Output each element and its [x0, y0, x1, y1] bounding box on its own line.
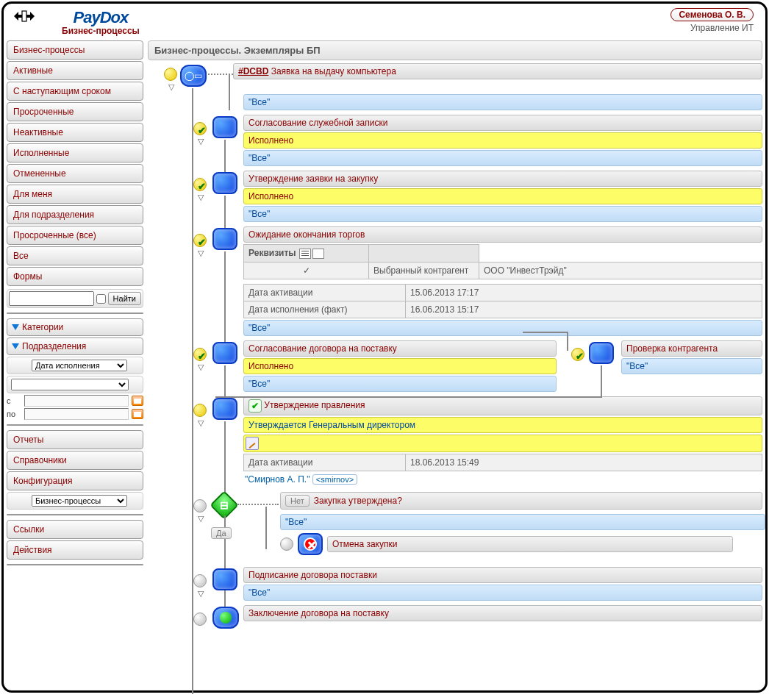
task-node-icon[interactable] [212, 228, 237, 250]
find-button[interactable]: Найти [108, 292, 141, 305]
status-row [243, 435, 762, 452]
nav-forms[interactable]: Формы [7, 267, 143, 286]
assignee[interactable]: "Смирнов А. П." <smirnov> [243, 471, 762, 488]
nav-forme[interactable]: Для меня [7, 185, 143, 204]
cancel-node-icon[interactable] [298, 533, 323, 555]
decision-title[interactable]: НетЗакупка утверждена? [280, 492, 762, 510]
status-done: Исполнено [243, 188, 762, 204]
step-title[interactable]: Подписание договора поставки [243, 567, 762, 583]
step-title[interactable]: Утверждение заявки на закупку [243, 171, 762, 187]
date-to-input[interactable] [24, 408, 129, 420]
expand-arrow-icon[interactable]: ▽ [196, 589, 205, 599]
config-select[interactable]: Бизнес-процессы [32, 495, 127, 507]
end-node-icon[interactable] [212, 607, 239, 629]
expand-arrow-icon[interactable]: ▽ [167, 82, 176, 92]
nav-all[interactable]: Все [7, 246, 143, 265]
status-bulb-yellow [164, 68, 177, 81]
calendar-icon[interactable] [132, 396, 143, 406]
date-from-input[interactable] [24, 395, 129, 407]
nav-active[interactable]: Активные [7, 61, 143, 80]
nav-refs[interactable]: Справочники [7, 451, 143, 470]
status-bulb-grey [193, 574, 207, 588]
task-node-icon[interactable] [212, 342, 237, 364]
nav-config[interactable]: Конфигурация [7, 471, 143, 490]
sidebar: Бизнес-процессы Активные С наступающим с… [7, 40, 143, 621]
expand-arrow-icon[interactable]: ▽ [196, 193, 205, 202]
check-icon: ✔ [248, 399, 262, 413]
form-icon[interactable] [312, 249, 324, 259]
date-from-label: с [7, 396, 21, 405]
assignees-bar: "Все" [621, 358, 762, 374]
status-bulb-yellow [193, 404, 207, 417]
nav-cancelled[interactable]: Отмененные [7, 164, 143, 183]
status-done: Исполнено [243, 132, 762, 149]
nav-done[interactable]: Исполненные [7, 143, 143, 162]
date-to-label: по [7, 410, 21, 418]
nav-overdue[interactable]: Просроченные [7, 102, 143, 121]
expand-arrow-icon[interactable]: ▽ [196, 249, 205, 258]
task-node-icon[interactable] [589, 342, 614, 364]
task-node-icon[interactable] [212, 568, 237, 590]
expand-arrow-icon[interactable]: ▽ [196, 418, 205, 428]
status-bulb-grey [193, 499, 207, 512]
filter-select-2[interactable] [11, 379, 129, 390]
step-title[interactable]: Заключение договора на поставку [243, 605, 762, 621]
nav-overdue-all[interactable]: Просроченные (все) [7, 226, 143, 245]
nav-upcoming[interactable]: С наступающим сроком [7, 82, 143, 101]
step-title[interactable]: Согласование служебной записки [243, 115, 762, 131]
task-node-icon[interactable] [212, 172, 237, 194]
user-badge[interactable]: Семенова О. В. [670, 8, 754, 21]
app-logo: PayDox Бизнес-процессы [62, 8, 140, 36]
status-bulb-grey [280, 538, 293, 551]
nav-dept[interactable]: Для подразделения [7, 205, 143, 224]
step-title[interactable]: ✔ Утверждение правления [243, 396, 762, 415]
status-note: Утверждается Генеральным директором [243, 417, 762, 433]
step-title[interactable]: Согласование договора на поставку [243, 340, 557, 357]
chevron-down-icon [12, 324, 19, 330]
task-node-icon[interactable] [212, 116, 237, 138]
step-title[interactable]: Ожидание окончания торгов [243, 226, 762, 243]
chevron-down-icon [12, 343, 19, 349]
parallel-branch: ✔ Проверка контрагента "Все" [571, 340, 762, 374]
nav-bp[interactable]: Бизнес-процессы [7, 40, 143, 60]
status-done: Исполнено [243, 358, 557, 374]
user-dept: Управление ИТ [670, 23, 754, 33]
nav-actions[interactable]: Действия [7, 540, 143, 560]
svg-rect-0 [22, 11, 26, 21]
requisites-table: Реквизиты ✓Выбранный контрагентООО "Инве… [243, 244, 762, 279]
assignees-bar: "Все" [243, 150, 762, 166]
assignees-bar: "Все" [243, 94, 762, 110]
date-type-select[interactable]: Дата исполнения [32, 360, 127, 371]
assignees-bar: "Все" [280, 514, 765, 530]
root-title[interactable]: #DCBD Заявка на выдачу компьютера [233, 63, 762, 79]
no-tag: Нет [285, 495, 310, 507]
calendar-icon[interactable] [132, 409, 143, 419]
expand-arrow-icon[interactable]: ▽ [196, 137, 205, 146]
task-node-icon[interactable] [212, 398, 237, 420]
step-title[interactable]: Отмена закупки [327, 536, 733, 552]
tree-depts[interactable]: Подразделения [7, 338, 143, 355]
tree-categories[interactable]: Категории [7, 318, 143, 336]
assignees-bar: "Все" [243, 320, 762, 336]
edit-icon[interactable] [246, 437, 259, 450]
status-bulb-grey [193, 612, 207, 626]
expand-arrow-icon[interactable]: ▽ [196, 362, 205, 372]
yes-tag: Да [211, 527, 232, 539]
nav-inactive[interactable]: Неактивные [7, 123, 143, 142]
assignees-bar: "Все" [243, 585, 762, 601]
print-icon[interactable] [12, 8, 36, 24]
list-icon[interactable] [299, 249, 311, 259]
start-node-icon[interactable]: ◯▭ [180, 65, 207, 87]
assignees-bar: "Все" [243, 376, 557, 392]
nav-links[interactable]: Ссылки [7, 520, 143, 539]
page-title: Бизнес-процессы. Экземпляры БП [148, 40, 762, 60]
search-checkbox[interactable] [96, 294, 106, 304]
assignees-bar: "Все" [243, 206, 762, 222]
search-input[interactable] [9, 291, 94, 306]
nav-reports[interactable]: Отчеты [7, 430, 143, 449]
step-title[interactable]: Проверка контрагента [621, 340, 762, 357]
